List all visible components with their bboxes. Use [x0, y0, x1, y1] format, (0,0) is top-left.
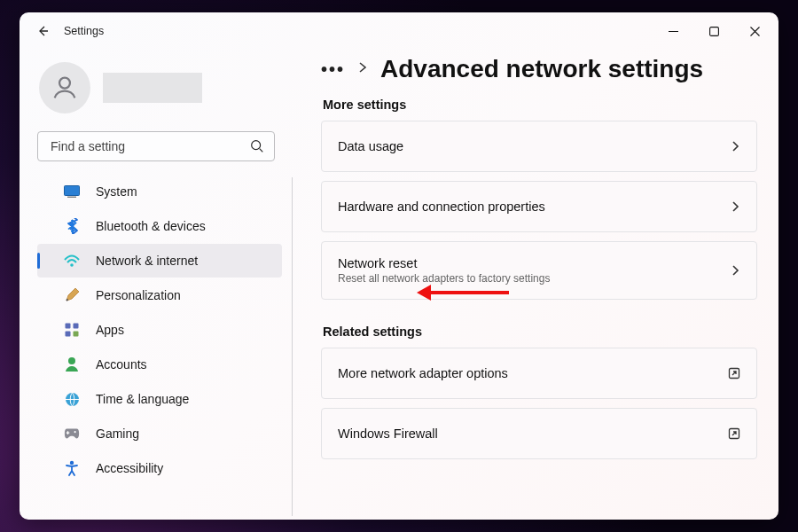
section-heading-related: Related settings: [323, 325, 757, 339]
sidebar-item-network[interactable]: Network & internet: [37, 244, 282, 278]
sidebar-item-label: Gaming: [96, 426, 139, 441]
sidebar-item-label: Personalization: [96, 288, 181, 302]
card-subtitle: Reset all network adapters to factory se…: [338, 272, 550, 285]
svg-point-10: [68, 357, 75, 364]
svg-rect-7: [74, 324, 79, 329]
person-icon: [50, 73, 80, 103]
card-windows-firewall[interactable]: Windows Firewall: [321, 408, 757, 459]
apps-icon: [64, 322, 80, 338]
sidebar: System Bluetooth & devices Network & int…: [20, 50, 294, 520]
minimize-icon: [669, 27, 678, 36]
sidebar-item-label: Time & language: [96, 392, 189, 406]
close-icon: [750, 27, 760, 36]
sidebar-item-label: Accounts: [96, 357, 147, 372]
accounts-icon: [64, 356, 80, 372]
sidebar-item-label: System: [96, 184, 137, 199]
card-title: Hardware and connection properties: [338, 200, 545, 214]
card-more-adapter-options[interactable]: More network adapter options: [321, 348, 757, 399]
breadcrumb-more[interactable]: •••: [321, 59, 345, 80]
sidebar-item-label: Apps: [96, 323, 124, 337]
page-title: Advanced network settings: [380, 55, 703, 83]
maximize-icon: [709, 27, 719, 36]
gaming-icon: [64, 426, 80, 442]
back-arrow-icon: [36, 24, 51, 38]
close-button[interactable]: [734, 17, 775, 45]
sidebar-item-time-language[interactable]: Time & language: [37, 382, 282, 416]
card-network-reset[interactable]: Network reset Reset all network adapters…: [321, 241, 757, 300]
sidebar-item-system[interactable]: System: [37, 175, 282, 208]
avatar: [39, 62, 90, 113]
search-input[interactable]: [49, 138, 244, 154]
card-title: Windows Firewall: [338, 426, 438, 441]
search-icon: [249, 138, 265, 158]
network-icon: [64, 253, 80, 269]
search-box[interactable]: [37, 131, 275, 161]
open-external-icon: [728, 427, 740, 440]
minimize-button[interactable]: [653, 17, 693, 45]
content-area: System Bluetooth & devices Network & int…: [20, 50, 778, 520]
open-external-icon: [728, 367, 740, 379]
chevron-right-icon: [732, 264, 740, 277]
accessibility-icon: [64, 460, 80, 476]
sidebar-item-apps[interactable]: Apps: [37, 313, 282, 347]
sidebar-item-gaming[interactable]: Gaming: [37, 417, 282, 450]
chevron-right-icon: [732, 140, 740, 153]
system-icon: [64, 184, 80, 200]
personalization-icon: [64, 287, 80, 303]
svg-rect-6: [66, 324, 71, 329]
card-title: Data usage: [338, 139, 403, 153]
svg-rect-3: [65, 186, 80, 196]
nav-scrollbar[interactable]: [292, 177, 293, 516]
sidebar-item-personalization[interactable]: Personalization: [37, 278, 282, 312]
time-language-icon: [64, 391, 80, 407]
sidebar-item-accessibility[interactable]: Accessibility: [37, 451, 282, 485]
card-title: More network adapter options: [338, 366, 508, 380]
svg-point-12: [74, 431, 76, 433]
sidebar-item-label: Accessibility: [96, 461, 163, 475]
sidebar-item-bluetooth[interactable]: Bluetooth & devices: [37, 209, 282, 243]
maximize-button[interactable]: [693, 17, 734, 45]
svg-rect-9: [74, 332, 79, 337]
sidebar-item-label: Bluetooth & devices: [96, 219, 206, 233]
nav-list: System Bluetooth & devices Network & int…: [20, 174, 294, 520]
main-panel: ••• Advanced network settings More setti…: [294, 50, 778, 520]
bluetooth-icon: [64, 218, 80, 234]
svg-rect-8: [66, 332, 71, 337]
sidebar-item-accounts[interactable]: Accounts: [37, 348, 282, 381]
svg-point-1: [59, 78, 70, 89]
window-title: Settings: [64, 25, 104, 37]
svg-point-2: [252, 141, 261, 150]
sidebar-item-label: Network & internet: [96, 254, 198, 268]
card-data-usage[interactable]: Data usage: [321, 121, 757, 172]
account-name-redacted: [103, 73, 202, 103]
svg-rect-4: [67, 197, 76, 199]
breadcrumb: ••• Advanced network settings: [321, 55, 757, 83]
card-title: Network reset: [338, 256, 550, 270]
card-hardware-properties[interactable]: Hardware and connection properties: [321, 181, 757, 232]
titlebar: Settings: [20, 12, 778, 50]
chevron-right-icon: [732, 200, 740, 213]
account-row[interactable]: [20, 50, 294, 121]
section-heading-more-settings: More settings: [323, 98, 757, 112]
svg-point-5: [70, 263, 74, 267]
settings-window: Settings: [20, 12, 778, 520]
back-button[interactable]: [30, 18, 57, 44]
svg-point-13: [70, 461, 74, 465]
svg-rect-0: [709, 27, 718, 35]
chevron-right-icon: [357, 61, 368, 77]
